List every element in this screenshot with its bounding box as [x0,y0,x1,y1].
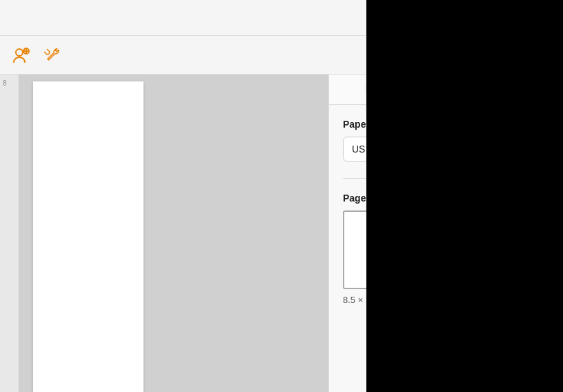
svg-rect-7 [503,49,508,57]
separator [343,178,549,179]
panel-content: Paper Size US Letter ⌄ Page Orientation … [329,105,563,319]
help-button[interactable]: ? [534,9,552,27]
tab-section[interactable]: Section [446,75,564,104]
user-area[interactable]: Johnny ⌄ [485,12,526,23]
toolbar-right [465,44,552,66]
page-canvas [19,75,328,392]
orientation-options: ✓ [343,210,549,289]
landscape-option[interactable] [415,210,493,289]
svg-point-0 [16,49,23,56]
svg-rect-9 [503,58,508,61]
portrait-preview: ✓ [343,210,404,289]
svg-rect-8 [496,58,502,61]
svg-rect-5 [470,53,477,57]
help-label: ? [540,12,546,23]
top-bar-right: Johnny ⌄ ? [485,9,552,27]
hammer-button[interactable] [465,46,483,64]
user-chevron-icon: ⌄ [519,13,526,23]
tab-document[interactable]: Document [329,75,446,104]
top-bar: Johnny ⌄ ? [0,0,563,36]
svg-rect-6 [496,49,502,57]
dimensions-label: 8.5 × 11 inches [343,295,549,305]
ruler-sidebar: 8 [0,75,19,392]
dropdown-chevron-icon: ⌄ [533,144,540,154]
toolbar-left [11,46,451,65]
wrench-button[interactable] [44,46,62,65]
add-person-button[interactable] [11,46,30,65]
paper-size-dropdown-container: US Letter ⌄ [343,137,549,161]
ruler-number: 8 [0,80,19,87]
user-name: Johnny [485,12,516,23]
tabs-container: Document Section [329,75,563,105]
page-orientation-label: Page Orientation [343,193,549,204]
landscape-preview [415,220,493,281]
portrait-checkmark: ✓ [367,262,379,280]
toolbar-divider [524,55,552,56]
right-panel: Document Section Paper Size US Letter ⌄ … [328,75,563,392]
document-view-button[interactable] [491,44,513,66]
main-area: 8 Document Section Paper Size US Letter … [0,75,563,392]
portrait-option[interactable]: ✓ [343,210,404,289]
paper-size-label: Paper Size [343,119,549,130]
paper-size-dropdown[interactable]: US Letter ⌄ [343,137,549,161]
paper-size-value: US Letter [352,144,393,155]
toolbar [0,36,563,75]
document-page [33,81,144,392]
page-area: 8 [0,75,328,392]
